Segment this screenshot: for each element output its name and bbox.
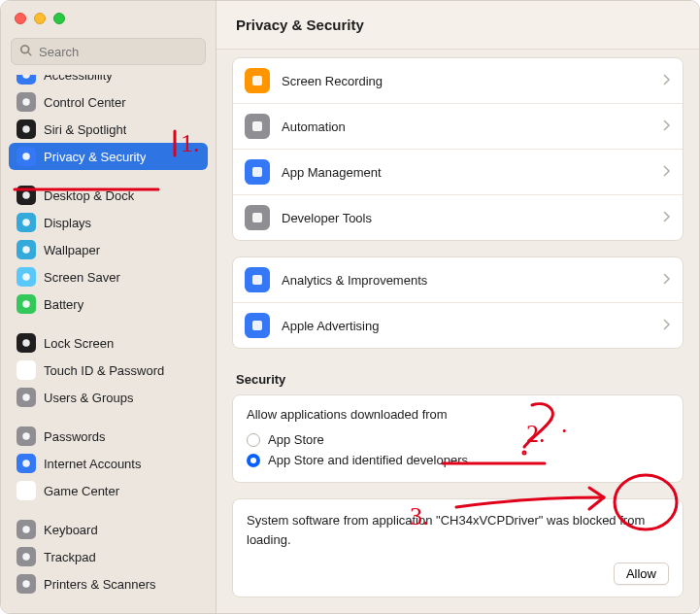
sidebar-item-privacy-security[interactable]: Privacy & Security [9, 143, 208, 170]
sidebar-item-label: Battery [44, 297, 83, 312]
svg-point-8 [22, 300, 30, 308]
svg-point-14 [22, 487, 30, 495]
printer-icon [17, 574, 36, 594]
search-input[interactable] [39, 45, 197, 59]
chevron-right-icon [663, 119, 671, 134]
sidebar-item-displays[interactable]: Displays [9, 209, 208, 236]
close-window-button[interactable] [15, 13, 26, 24]
sidebar-item-control-center[interactable]: Control Center [9, 88, 208, 116]
row-label: Apple Advertising [282, 319, 651, 333]
chevron-right-icon [663, 165, 671, 180]
battery-icon [17, 294, 36, 314]
sidebar-item-users-groups[interactable]: Users & Groups [9, 384, 208, 411]
lock-icon [17, 333, 36, 353]
page-title: Privacy & Security [236, 17, 364, 33]
sidebar-item-game-center[interactable]: Game Center [9, 477, 208, 504]
row-label: Automation [282, 119, 651, 134]
svg-rect-19 [252, 121, 262, 131]
app-mgmt-icon [245, 159, 270, 185]
search-field[interactable] [11, 38, 206, 65]
sidebar-item-wallpaper[interactable]: Wallpaper [9, 236, 208, 263]
radio-app-store[interactable]: App Store [247, 429, 669, 450]
minimize-window-button[interactable] [34, 13, 46, 24]
sidebar-item-label: Screen Saver [44, 270, 120, 285]
hand-icon [17, 147, 36, 166]
settings-row-app-management[interactable]: App Management [233, 149, 683, 194]
svg-point-11 [22, 393, 30, 401]
sidebar-item-label: Keyboard [44, 523, 98, 537]
blocked-app-name: "CH34xVCPDriver" [436, 513, 543, 528]
sidebar-item-label: Internet Accounts [44, 457, 141, 471]
settings-row-automation[interactable]: Automation [233, 103, 683, 149]
radio-checked-icon [247, 454, 260, 467]
main-pane: Privacy & Security Screen RecordingAutom… [217, 1, 699, 613]
chevron-right-icon [663, 319, 671, 333]
sidebar-item-accessibility[interactable]: Accessibility [9, 75, 208, 88]
sidebar-item-label: Users & Groups [44, 391, 133, 405]
window-controls [1, 1, 216, 32]
sidebar-item-desktop-dock[interactable]: Desktop & Dock [9, 182, 208, 209]
sidebar-item-touch-id-password[interactable]: Touch ID & Password [9, 357, 208, 384]
sidebar-item-label: Touch ID & Password [44, 363, 164, 378]
sidebar-item-label: Trackpad [44, 550, 96, 564]
screensaver-icon [17, 267, 36, 287]
settings-row-screen-recording[interactable]: Screen Recording [233, 58, 683, 103]
sidebar-item-label: Desktop & Dock [44, 188, 134, 203]
chevron-right-icon [663, 273, 671, 288]
automation-icon [245, 114, 270, 139]
sidebar-item-label: Lock Screen [44, 336, 114, 351]
svg-point-0 [22, 75, 30, 79]
svg-point-17 [22, 580, 30, 588]
settings-row-developer-tools[interactable]: Developer Tools [233, 194, 683, 240]
svg-point-16 [22, 553, 30, 561]
sidebar-item-battery[interactable]: Battery [9, 290, 208, 318]
control-center-icon [17, 92, 36, 112]
sidebar-item-screen-saver[interactable]: Screen Saver [9, 263, 208, 290]
dock-icon [17, 186, 36, 205]
chevron-right-icon [663, 74, 671, 88]
row-label: Analytics & Improvements [282, 273, 651, 288]
sidebar-item-lock-screen[interactable]: Lock Screen [9, 329, 208, 357]
sidebar-item-internet-accounts[interactable]: Internet Accounts [9, 450, 208, 477]
radio-label: App Store [268, 432, 324, 447]
sidebar-item-keyboard[interactable]: Keyboard [9, 516, 208, 543]
titlebar: Privacy & Security [217, 1, 699, 50]
sidebar-item-label: Siri & Spotlight [44, 122, 126, 137]
blocked-message: System software from application "CH34xV… [247, 511, 669, 549]
privacy-list-2: Analytics & ImprovementsApple Advertisin… [232, 256, 683, 349]
at-icon [17, 454, 36, 473]
sidebar-item-label: Wallpaper [44, 243, 100, 257]
zoom-window-button[interactable] [53, 13, 65, 24]
svg-point-13 [22, 460, 30, 467]
wallpaper-icon [17, 240, 36, 259]
content-scroll[interactable]: Screen RecordingAutomationApp Management… [217, 50, 699, 613]
download-sources-title: Allow applications downloaded from [247, 407, 669, 422]
svg-rect-20 [252, 167, 262, 177]
svg-point-1 [22, 98, 30, 106]
row-label: Developer Tools [282, 211, 651, 225]
allow-button[interactable]: Allow [614, 563, 669, 585]
sidebar: AccessibilityControl CenterSiri & Spotli… [1, 1, 217, 613]
sidebar-nav: AccessibilityControl CenterSiri & Spotli… [1, 75, 216, 613]
analytics-icon [245, 267, 270, 292]
settings-row-analytics-improvements[interactable]: Analytics & Improvements [233, 257, 683, 302]
keyboard-icon [17, 520, 36, 539]
sidebar-item-printers-scanners[interactable]: Printers & Scanners [9, 570, 208, 597]
svg-point-10 [22, 366, 30, 374]
sidebar-item-label: Printers & Scanners [44, 577, 156, 592]
privacy-list-1: Screen RecordingAutomationApp Management… [232, 57, 683, 241]
radio-app-store-identified[interactable]: App Store and identified developers [247, 450, 669, 470]
sidebar-item-passwords[interactable]: Passwords [9, 423, 208, 450]
svg-rect-18 [252, 76, 262, 85]
sidebar-item-trackpad[interactable]: Trackpad [9, 543, 208, 570]
row-label: Screen Recording [282, 74, 651, 88]
svg-point-6 [22, 246, 30, 254]
settings-row-apple-advertising[interactable]: Apple Advertising [233, 302, 683, 348]
svg-point-7 [22, 273, 30, 281]
sidebar-item-siri-spotlight[interactable]: Siri & Spotlight [9, 116, 208, 143]
svg-point-2 [22, 125, 30, 133]
svg-point-5 [22, 219, 30, 226]
svg-point-4 [22, 191, 30, 199]
svg-rect-23 [252, 321, 262, 330]
sidebar-item-label: Control Center [44, 95, 126, 110]
